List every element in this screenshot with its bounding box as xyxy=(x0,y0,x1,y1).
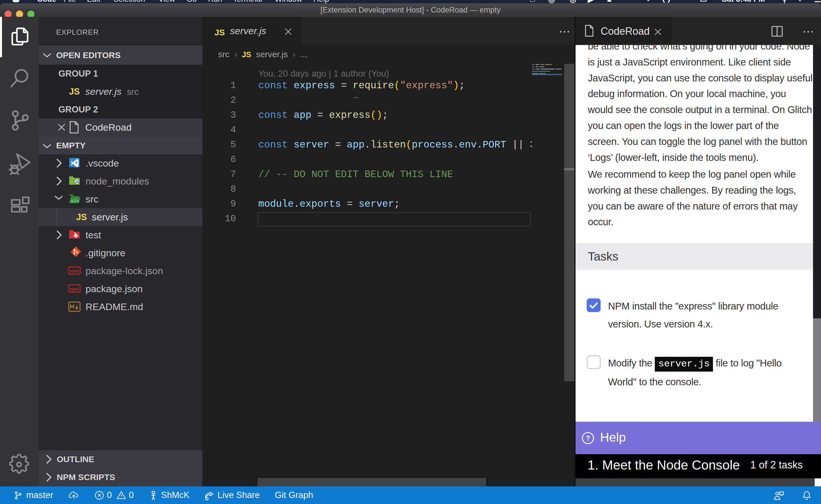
svg-text:npm: npm xyxy=(70,269,79,273)
svg-text:</>: </> xyxy=(71,199,79,204)
svg-text:JS: JS xyxy=(75,180,79,184)
svg-text:?: ? xyxy=(586,435,590,442)
svg-text:npm: npm xyxy=(70,287,79,291)
